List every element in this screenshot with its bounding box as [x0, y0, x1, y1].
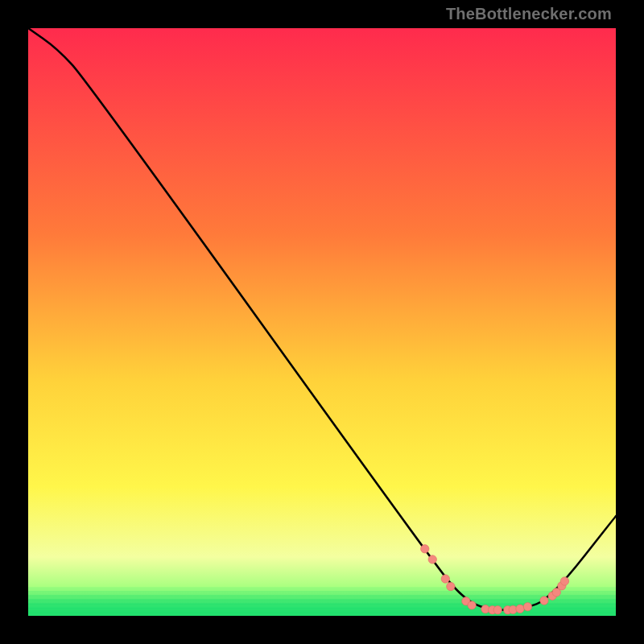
gradient-background: [28, 28, 616, 616]
bottleneck-curve-chart: [28, 28, 616, 616]
data-marker: [516, 605, 524, 613]
data-marker: [560, 577, 568, 585]
plot-area: [28, 28, 616, 616]
data-marker: [428, 555, 436, 564]
svg-rect-5: [28, 591, 616, 596]
attribution-text: TheBottlenecker.com: [446, 5, 612, 23]
svg-rect-4: [28, 595, 616, 600]
svg-rect-6: [28, 587, 616, 592]
chart-stage: TheBottlenecker.com: [0, 0, 644, 644]
data-marker: [447, 582, 455, 590]
green-bands: [28, 587, 616, 616]
data-marker: [493, 606, 502, 614]
data-marker: [523, 602, 531, 610]
data-marker: [540, 597, 548, 605]
data-marker: [441, 575, 449, 583]
data-marker: [468, 601, 476, 609]
data-marker: [421, 545, 429, 553]
